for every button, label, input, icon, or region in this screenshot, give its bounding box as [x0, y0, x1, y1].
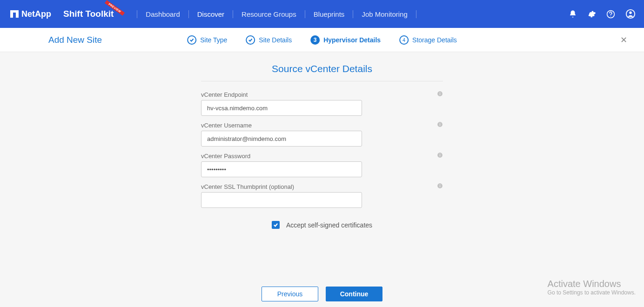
- nav-dashboard[interactable]: Dashboard: [137, 10, 188, 18]
- content-area: Source vCenter Details vCenter Endpoint …: [0, 52, 644, 307]
- info-icon[interactable]: [437, 121, 443, 129]
- svg-point-2: [629, 12, 632, 14]
- step-number: 3: [310, 35, 320, 45]
- field-username: vCenter Username: [201, 121, 443, 147]
- info-icon[interactable]: [437, 152, 443, 160]
- field-thumbprint: vCenter SSL Thumbprint (optional): [201, 183, 443, 208]
- close-icon[interactable]: ✕: [617, 32, 630, 48]
- info-icon[interactable]: [437, 91, 443, 98]
- account-icon[interactable]: [625, 9, 636, 19]
- self-signed-label: Accept self-signed certificates: [286, 221, 372, 229]
- product-title: Shift Toolkit PREVIEW: [63, 9, 124, 19]
- nav-discover[interactable]: Discover: [189, 10, 233, 18]
- svg-point-5: [440, 92, 440, 93]
- watermark-subtitle: Go to Settings to activate Windows.: [548, 289, 636, 296]
- svg-rect-4: [440, 93, 440, 95]
- svg-point-8: [440, 123, 440, 123]
- watermark-title: Activate Windows: [548, 279, 636, 289]
- svg-rect-10: [440, 154, 440, 156]
- endpoint-input[interactable]: [201, 100, 362, 116]
- self-signed-row: Accept self-signed certificates: [201, 221, 443, 229]
- step-number: 4: [399, 35, 409, 45]
- subbar: Add New Site Site Type Site Details 3 Hy…: [0, 28, 644, 52]
- svg-rect-13: [440, 185, 440, 187]
- brand-logo: NetApp: [10, 9, 51, 19]
- endpoint-label: vCenter Endpoint: [201, 91, 248, 98]
- gear-icon[interactable]: [587, 10, 596, 19]
- svg-point-14: [440, 184, 440, 185]
- bell-icon[interactable]: [569, 10, 577, 18]
- self-signed-checkbox[interactable]: [272, 221, 280, 229]
- username-input[interactable]: [201, 131, 362, 147]
- step-hypervisor-details[interactable]: 3 Hypervisor Details: [310, 35, 381, 45]
- thumbprint-input[interactable]: [201, 192, 362, 208]
- password-label: vCenter Password: [201, 153, 250, 160]
- form-heading: Source vCenter Details: [0, 63, 644, 74]
- step-site-details[interactable]: Site Details: [246, 35, 292, 45]
- netapp-icon: [10, 10, 19, 18]
- brand-text: NetApp: [21, 9, 51, 19]
- svg-rect-7: [440, 124, 440, 126]
- topbar: NetApp Shift Toolkit PREVIEW Dashboard D…: [0, 0, 644, 28]
- nav-resource-groups[interactable]: Resource Groups: [233, 10, 305, 18]
- nav-blueprints[interactable]: Blueprints: [305, 10, 354, 18]
- top-nav: Dashboard Discover Resource Groups Bluep…: [137, 0, 416, 28]
- check-icon: [187, 35, 196, 45]
- page-title: Add New Site: [48, 35, 102, 45]
- thumbprint-label: vCenter SSL Thumbprint (optional): [201, 183, 294, 190]
- password-input[interactable]: [201, 161, 362, 177]
- check-icon: [246, 35, 255, 45]
- help-icon[interactable]: [606, 10, 615, 19]
- previous-button[interactable]: Previous: [262, 287, 318, 301]
- vcenter-form: vCenter Endpoint vCenter Username vCente…: [201, 81, 443, 229]
- nav-job-monitoring[interactable]: Job Monitoring: [353, 10, 416, 18]
- windows-watermark: Activate Windows Go to Settings to activ…: [548, 279, 636, 296]
- step-site-type[interactable]: Site Type: [187, 35, 227, 45]
- wizard-steps: Site Type Site Details 3 Hypervisor Deta…: [187, 35, 457, 45]
- continue-button[interactable]: Continue: [326, 287, 382, 301]
- username-label: vCenter Username: [201, 122, 252, 129]
- field-endpoint: vCenter Endpoint: [201, 91, 443, 116]
- info-icon[interactable]: [437, 183, 443, 190]
- step-storage-details[interactable]: 4 Storage Details: [399, 35, 457, 45]
- field-password: vCenter Password: [201, 152, 443, 177]
- svg-point-11: [440, 154, 440, 154]
- topbar-actions: [569, 9, 636, 19]
